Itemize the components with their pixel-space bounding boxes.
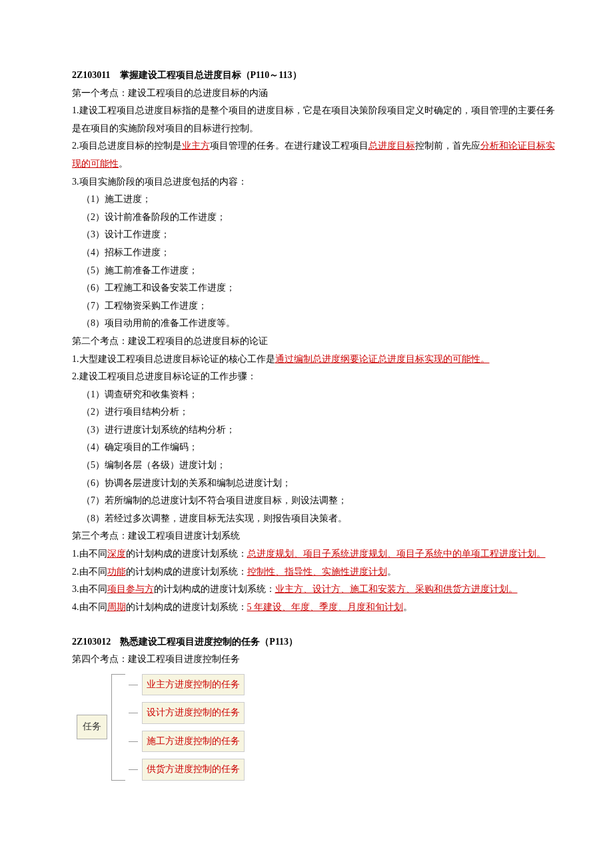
text: 。	[119, 159, 128, 169]
kp1-heading: 第一个考点：建设工程项目的总进度目标的内涵	[53, 85, 560, 103]
highlight: 业主方、设计方、施工和安装方、采购和供货方进度计划。	[275, 584, 518, 594]
list-item: （2）进行项目结构分析；	[53, 403, 560, 421]
kp3-p2: 2.由不同功能的计划构成的进度计划系统：控制性、指导性、实施性进度计划。	[53, 563, 560, 581]
branch-label: 业主方进度控制的任务	[142, 674, 245, 696]
text: 项目管理的任务。在进行建设工程项目	[210, 141, 368, 151]
highlight: 周期	[107, 602, 126, 612]
text: 的计划构成的进度计划系统：	[126, 567, 247, 577]
kp1-p2: 2.项目总进度目标的控制是业主方项目管理的任务。在进行建设工程项目总进度目标控制…	[53, 137, 560, 173]
diagram-root: 任务	[77, 715, 107, 739]
text: 3.由不同	[72, 584, 107, 594]
list-item: （8）项目动用前的准备工作进度等。	[53, 315, 560, 333]
branch-label: 供货方进度控制的任务	[142, 759, 245, 781]
text: 2.项目总进度目标的控制是	[72, 141, 182, 151]
tick-icon	[129, 741, 138, 742]
text: 1.大型建设工程项目总进度目标论证的核心工作是	[72, 354, 275, 364]
text: 的计划构成的进度计划系统：	[126, 549, 247, 559]
highlight: 项目参与方	[107, 584, 154, 594]
highlight: 业主方	[182, 141, 210, 151]
highlight: 控制性、指导性、实施性进度计划	[247, 567, 387, 577]
highlight: 深度	[107, 549, 126, 559]
list-item: （6）协调各层进度计划的关系和编制总进度计划；	[53, 475, 560, 493]
task-diagram: 任务 业主方进度控制的任务 设计方进度控制的任务 施工方进度控制的任务 供货方进…	[77, 674, 560, 781]
text: 4.由不同	[72, 602, 107, 612]
list-item: （5）施工前准备工作进度；	[53, 262, 560, 280]
branch-item: 业主方进度控制的任务	[129, 674, 245, 696]
branch-item: 施工方进度控制的任务	[129, 731, 245, 753]
text: 。	[387, 567, 396, 577]
list-item: （4）确定项目的工作编码；	[53, 439, 560, 457]
branch-item: 设计方进度控制的任务	[129, 702, 245, 724]
list-item: （7）工程物资采购工作进度；	[53, 297, 560, 315]
tick-icon	[129, 713, 138, 713]
text: 2.由不同	[72, 567, 107, 577]
kp3-p3: 3.由不同项目参与方的计划构成的进度计划系统：业主方、设计方、施工和安装方、采购…	[53, 581, 560, 599]
branch-item: 供货方进度控制的任务	[129, 759, 245, 781]
diagram-branches: 业主方进度控制的任务 设计方进度控制的任务 施工方进度控制的任务 供货方进度控制…	[129, 674, 245, 781]
kp2-p1: 1.大型建设工程项目总进度目标论证的核心工作是通过编制总进度纲要论证总进度目标实…	[53, 351, 560, 369]
section-title-2: 2Z103012 熟悉建设工程项目进度控制的任务（P113）	[53, 633, 560, 651]
branch-label: 施工方进度控制的任务	[142, 731, 245, 753]
list-item: （8）若经过多次调整，进度目标无法实现，则报告项目决策者。	[53, 510, 560, 528]
highlight: 功能	[107, 567, 126, 577]
highlight: 通过编制总进度纲要论证总进度目标实现的可能性。	[275, 354, 490, 364]
branch-label: 设计方进度控制的任务	[142, 702, 245, 724]
kp2-heading: 第二个考点：建设工程项目的总进度目标的论证	[53, 333, 560, 351]
highlight: 总进度规划、项目子系统进度规划、项目子系统中的单项工程进度计划。	[247, 549, 546, 559]
highlight: 总进度目标	[368, 141, 415, 151]
list-item: （3）进行进度计划系统的结构分析；	[53, 421, 560, 439]
section-title-1: 2Z103011 掌握建设工程项目总进度目标（P110～113）	[53, 67, 560, 85]
tick-icon	[129, 685, 138, 685]
kp4-heading: 第四个考点：建设工程项目进度控制任务	[53, 651, 560, 669]
list-item: （6）工程施工和设备安装工作进度；	[53, 279, 560, 297]
text: 的计划构成的进度计划系统：	[126, 602, 247, 612]
kp3-p1: 1.由不同深度的计划构成的进度计划系统：总进度规划、项目子系统进度规划、项目子系…	[53, 545, 560, 563]
list-item: （7）若所编制的总进度计划不符合项目进度目标，则设法调整；	[53, 492, 560, 510]
kp2-p2: 2.建设工程项目总进度目标论证的工作步骤：	[53, 368, 560, 386]
list-item: （2）设计前准备阶段的工作进度；	[53, 209, 560, 227]
list-item: （1）施工进度；	[53, 191, 560, 209]
text: 控制前，首先应	[415, 141, 480, 151]
text: 1.由不同	[72, 549, 107, 559]
list-item: （4）招标工作进度；	[53, 244, 560, 262]
highlight: 5 年建设、年度、季度、月度和旬计划	[247, 602, 404, 612]
kp3-p4: 4.由不同周期的计划构成的进度计划系统：5 年建设、年度、季度、月度和旬计划。	[53, 599, 560, 617]
bracket-icon	[111, 674, 125, 781]
kp3-heading: 第三个考点：建设工程项目进度计划系统	[53, 527, 560, 545]
text: 。	[403, 602, 412, 612]
list-item: （3）设计工作进度；	[53, 226, 560, 244]
list-item: （5）编制各层（各级）进度计划；	[53, 457, 560, 475]
kp1-p3: 3.项目实施阶段的项目总进度包括的内容：	[53, 173, 560, 191]
list-item: （1）调查研究和收集资料；	[53, 386, 560, 404]
tick-icon	[129, 769, 138, 770]
kp1-p1: 1.建设工程项目总进度目标指的是整个项目的进度目标，它是在项目决策阶段项目定义时…	[53, 102, 560, 137]
text: 的计划构成的进度计划系统：	[154, 584, 275, 594]
